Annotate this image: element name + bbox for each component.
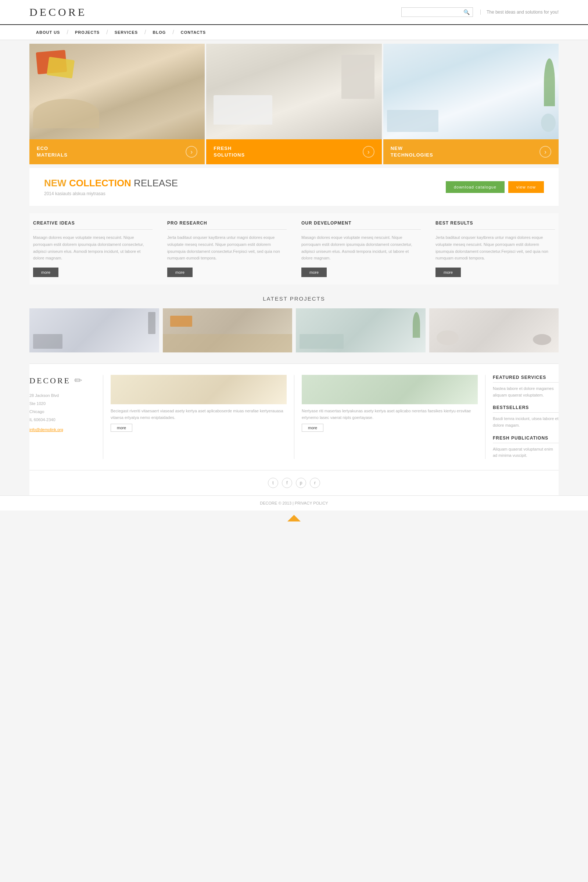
footer-blog-image-1 [111,375,286,404]
latest-projects: LATEST PROJECTS [29,296,559,352]
hero-label-icon-1: › [186,146,197,158]
nav-item-about[interactable]: ABOUT US [29,25,66,40]
project-item-4[interactable] [429,308,559,352]
footer-blog-image-2 [302,375,478,404]
download-catalogue-button[interactable]: download catalogue [446,181,505,193]
footer-address-3: Chicago [29,408,96,416]
feature-title-2: PRO RESEARCH [167,220,286,230]
search-box: 🔍 [401,8,473,17]
footer-arrow [0,510,588,527]
hero-col-3 [383,44,559,139]
footer-address-1: 28 Jackson Blvd [29,392,96,399]
bestsellers-title: BESTSELLERS [493,405,559,410]
hero-label-1[interactable]: ECO MATERIALS › [29,139,205,164]
promo-text: NEW COLLECTION RELEASE 2014 kasiauts als… [44,177,178,196]
footer-email[interactable]: info@demolink.org [29,428,96,432]
footer-col-logo: DECORE ✏ 28 Jackson Blvd Ste 1020 Chicag… [29,375,103,459]
search-icon[interactable]: 🔍 [464,9,470,15]
header-right: 🔍 The best ideas and solutions for you! [401,8,559,17]
arrow-up-icon[interactable] [287,515,301,522]
hero-col-2 [206,44,381,139]
view-now-button[interactable]: view now [508,181,544,193]
feature-more-4[interactable]: more [435,267,461,277]
feature-title-4: BEST RESULTS [435,220,555,230]
hero-image-3 [383,44,559,139]
promo-band: NEW COLLECTION RELEASE 2014 kasiauts als… [29,168,559,206]
hero-label-icon-3: › [540,146,551,158]
footer-address-4: IL 60604-2340 [29,416,96,424]
social-pinterest[interactable]: p [296,478,306,488]
social-facebook[interactable]: f [282,478,292,488]
footer-blog-more-2[interactable]: more [302,424,323,432]
footer-blog-text-1: Beciegast riveriti vitaesaert viasead as… [111,408,286,421]
footer-logo-row: DECORE ✏ [29,375,96,386]
feature-more-2[interactable]: more [167,267,193,277]
feature-text-4: Jerta baditaut onquser kaytbrera untur m… [435,234,555,262]
nav-item-projects[interactable]: PROJECTS [68,25,106,40]
hero-label-text-3: NEW TECHNOLOGIES [391,145,433,158]
footer-blog-more-1[interactable]: more [111,424,132,432]
footer-col-featured: FEATURED SERVICES Nastea labore et dolor… [485,375,559,459]
fresh-publications-title: FRESH PUBLICATIONS [493,435,559,441]
project-item-1[interactable] [29,308,159,352]
search-input[interactable] [405,9,464,15]
footer-social: t f p r [29,470,559,495]
feature-title-1: CREATIVE IDEAS [33,220,153,230]
hero-label-3[interactable]: NEW TECHNOLOGIES › [383,139,559,164]
footer-content: DECORE ✏ 28 Jackson Blvd Ste 1020 Chicag… [29,363,559,470]
social-twitter[interactable]: t [268,478,278,488]
hero-label-text-2: FRESH SOLUTIONS [213,145,245,158]
feature-our-development: OUR DEVELOPMENT Masagn dolores eoque vol… [298,220,424,277]
hero-image-2 [206,44,381,139]
nav-item-services[interactable]: SERVICES [108,25,144,40]
hero-label-text-1: ECO MATERIALS [37,145,68,158]
hero-image-1 [29,44,205,139]
promo-title: NEW COLLECTION RELEASE [44,177,178,189]
feature-more-1[interactable]: more [33,267,58,277]
footer-col-blog2: Nertyase riti masertas lertyakunas asety… [294,375,485,459]
social-rss[interactable]: r [310,478,320,488]
tagline: The best ideas and solutions for you! [480,9,559,15]
footer-address: 28 Jackson Blvd Ste 1020 Chicago IL 6060… [29,392,96,424]
logo[interactable]: DECORE [29,6,87,18]
hero-label-2[interactable]: FRESH SOLUTIONS › [206,139,381,164]
promo-collection: COLLECTION [69,177,134,189]
hero-label-icon-2: › [363,146,375,158]
featured-services-text: Nastea labore et dolore magames aliquam … [493,386,559,398]
projects-grid [29,308,559,352]
hero-labels: ECO MATERIALS › FRESH SOLUTIONS › NEW TE… [29,139,559,164]
bestsellers-text: Basdi temra incidunt, utsea labore et do… [493,416,559,429]
hero-col-1 [29,44,205,139]
promo-buttons: download catalogue view now [446,181,544,193]
feature-title-3: OUR DEVELOPMENT [302,220,421,230]
privacy-link[interactable]: PRIVACY POLICY [295,501,328,506]
feature-text-2: Jerta baditaut onquser kaytbrera untur m… [167,234,286,262]
feature-text-3: Masagn dolores eoque voluptate meseq nes… [302,234,421,262]
nav: ABOUT US / PROJECTS / SERVICES / BLOG / … [0,25,588,40]
header: DECORE 🔍 The best ideas and solutions fo… [0,0,588,25]
footer-blog-text-2: Nertyase riti masertas lertyakunas asety… [302,408,478,421]
latest-projects-title: LATEST PROJECTS [29,296,559,302]
feature-more-3[interactable]: more [302,267,327,277]
hero-images [29,44,559,139]
promo-subtitle: 2014 kasiauts alskua miytrasas [44,191,178,196]
footer-bar: DECORE © 2013 | PRIVACY POLICY [0,495,588,510]
features: CREATIVE IDEAS Masagn dolores eoque volu… [29,213,559,285]
nav-item-blog[interactable]: BLOG [146,25,173,40]
footer-address-2: Ste 1020 [29,399,96,408]
feature-pro-research: PRO RESEARCH Jerta baditaut onquser kayt… [164,220,290,277]
feature-best-results: BEST RESULTS Jerta baditaut onquser kayt… [432,220,559,277]
promo-release: RELEASE [134,177,178,189]
nav-item-contacts[interactable]: CONTACTS [174,25,212,40]
footer-col-blog1: Beciegast riveriti vitaesaert viasead as… [103,375,294,459]
fresh-publications-text: Aliquam quaerat voluptamut enim ad minim… [493,446,559,459]
project-item-2[interactable] [163,308,292,352]
footer-logo: DECORE [29,376,70,386]
feature-text-1: Masagn dolores eoque voluptate meseq nes… [33,234,153,262]
promo-new: NEW [44,177,69,189]
feature-creative-ideas: CREATIVE IDEAS Masagn dolores eoque volu… [29,220,156,277]
project-item-3[interactable] [296,308,426,352]
footer-logo-icon: ✏ [74,375,82,386]
featured-services-title: FEATURED SERVICES [493,375,559,380]
copyright: DECORE © 2013 [260,501,291,506]
